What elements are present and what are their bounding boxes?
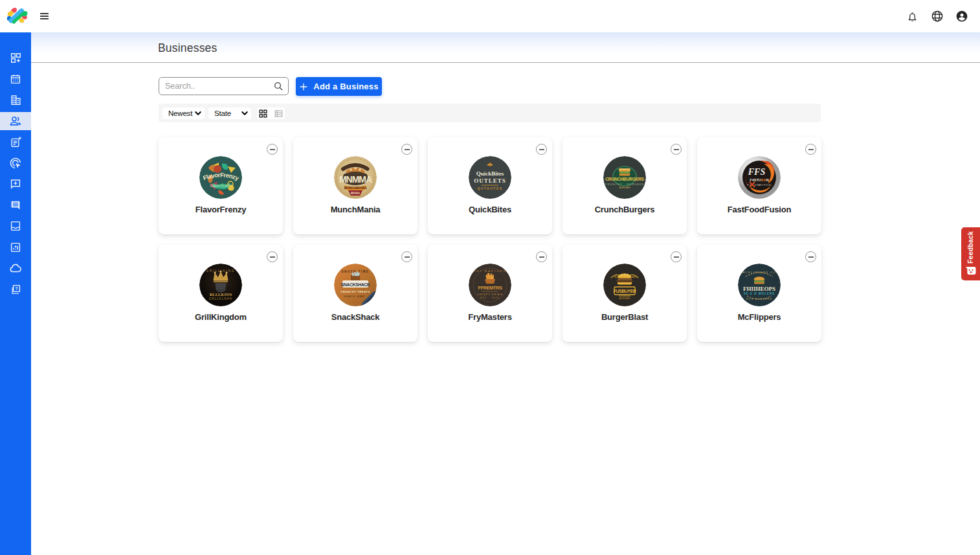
svg-text:SE E R MOLERS: SE E R MOLERS xyxy=(744,292,775,295)
svg-text:EST - 2024: EST - 2024 xyxy=(480,296,500,299)
svg-text:FHIIHEOPS: FHIIHEOPS xyxy=(743,286,775,292)
svg-text:CRUNCHY TREATS: CRUNCHY TREATS xyxy=(340,290,370,293)
svg-text:FRY MASTERS: FRY MASTERS xyxy=(474,269,506,273)
svg-text:CRUNCHY - BURGERS: CRUNCHY - BURGERS xyxy=(605,183,644,186)
svg-text:SNACKSHACK: SNACKSHACK xyxy=(341,282,370,287)
svg-text:BURGER: BURGER xyxy=(619,186,630,189)
svg-text:CRUNCHBURGERS: CRUNCHBURGERS xyxy=(605,177,644,181)
svg-text:FUSBUYER: FUSBUYER xyxy=(614,289,636,293)
svg-text:MNMMA: MNMMA xyxy=(339,174,372,185)
svg-text:QUTAUTES: QUTAUTES xyxy=(477,187,502,190)
svg-text:MCFLIPPERS CO: MCFLIPPERS CO xyxy=(742,271,776,274)
svg-text:BURGER: BURGER xyxy=(619,297,630,300)
svg-text:RLLLKINN: RLLLKINN xyxy=(210,292,232,297)
svg-text:QuickBites: QuickBites xyxy=(476,170,504,177)
svg-text:FFREMTRS: FFREMTRS xyxy=(478,285,502,291)
svg-text:CRISPY FRIES: CRISPY FRIES xyxy=(477,293,503,296)
svg-text:MUNCHMANIA: MUNCHMANIA xyxy=(344,186,367,190)
svg-text:FLIP BURGERS: FLIP BURGERS xyxy=(746,298,772,300)
svg-text:?: ? xyxy=(15,286,17,291)
svg-text:FFS: FFS xyxy=(748,167,766,177)
svg-text:MANIA: MANIA xyxy=(351,192,361,195)
svg-text:OUTLETS: OUTLETS xyxy=(474,177,506,184)
svg-text:GRLLKLNHN: GRLLKLNHN xyxy=(209,297,232,300)
svg-text:F4STUSON: F4STUSON xyxy=(750,178,768,182)
svg-text:SNACK BAR: SNACK BAR xyxy=(343,295,364,298)
